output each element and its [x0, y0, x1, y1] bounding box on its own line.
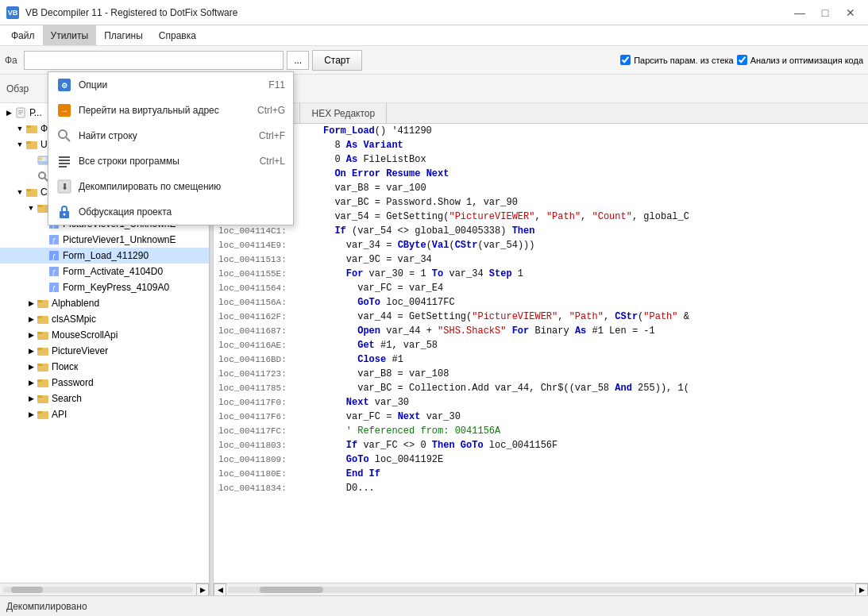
svg-rect-46 [37, 332, 42, 334]
tree-label-password: Password [52, 377, 94, 388]
analyze-group[interactable]: Анализ и оптимизация кода [737, 55, 863, 65]
dropdown-item-findstr[interactable]: Найти строку Ctrl+F [48, 123, 293, 148]
tree-icon-form_load: ƒ [48, 249, 60, 262]
start-button[interactable]: Старт [312, 50, 362, 71]
code-line-9[interactable]: loc_00411513: var_9C = var_34 [214, 252, 868, 267]
menu-bar: Файл Утилиты Плагины Справка ⚙ Опции F11… [0, 25, 868, 46]
code-line-18[interactable]: loc_00411785: var_BC = Collection.Add va… [214, 381, 868, 395]
code-content-3: On Error Resume Next [317, 167, 868, 181]
decompile-icon: ⬇ [56, 179, 72, 194]
menu-help[interactable]: Справка [151, 25, 204, 45]
decompile-label: Декомпилировать по смещению [79, 181, 279, 192]
window-title: VB Decompiler 11 - Registered to DotFix … [25, 7, 782, 18]
code-line-14[interactable]: loc_00411687: Open var_44 + "SHS.ShackS"… [214, 324, 868, 338]
goto-icon: → [56, 102, 72, 118]
parse-stack-label: Парсить парам. из стека [634, 56, 734, 65]
svg-rect-50 [37, 364, 42, 366]
code-line-16[interactable]: loc_004116BD: Close #1 [214, 352, 868, 367]
tree-arrow-alphablend: ▶ [25, 299, 37, 307]
address-input[interactable] [24, 51, 284, 70]
code-line-17[interactable]: loc_00411723: var_B8 = var_108 [214, 367, 868, 381]
tree-item-password[interactable]: ▶Password [0, 375, 209, 391]
svg-rect-52 [37, 379, 42, 382]
code-scroll-right[interactable]: ▶ [855, 583, 868, 596]
code-line-22[interactable]: loc_00411803: If var_FC <> 0 Then GoTo l… [214, 438, 868, 452]
code-line-10[interactable]: loc_0041155E: For var_30 = 1 To var_34 S… [214, 267, 868, 281]
code-line-15[interactable]: loc_004116AE: Get #1, var_58 [214, 338, 868, 352]
dropdown-item-goto[interactable]: → Перейти на виртуальный адрес Ctrl+G [48, 98, 293, 123]
code-content-5: var_BC = Password.Show 1, var_90 [317, 195, 868, 210]
code-panel: Дизассемблер HEX Редактор Form_Load() '4… [214, 103, 868, 595]
tree-item-search3[interactable]: ▶Search [0, 391, 209, 406]
code-content-15: Get #1, var_58 [317, 338, 868, 352]
svg-point-25 [39, 172, 45, 179]
ellipsis-button[interactable]: ... [287, 51, 309, 70]
tree-item-form_load[interactable]: ƒForm_Load_411290 [0, 248, 209, 264]
code-line-24[interactable]: loc_0041180E: End If [214, 467, 868, 481]
parse-stack-group[interactable]: Парсить парам. из стека [620, 55, 734, 65]
minimize-button[interactable]: — [789, 4, 811, 21]
svg-rect-19 [26, 125, 31, 128]
tree-icon-form_keypress: ƒ [48, 281, 60, 294]
parse-stack-checkbox[interactable] [620, 55, 631, 65]
dropdown-item-decompile[interactable]: ⬇ Декомпилировать по смещению [48, 174, 293, 199]
menu-utils[interactable]: Утилиты [43, 25, 97, 45]
goto-shortcut: Ctrl+G [257, 105, 285, 116]
code-line-0[interactable]: Form_Load() '411290 [214, 124, 868, 138]
code-line-6[interactable]: loc_0041148A: var_54 = GetSetting("Pictu… [214, 210, 868, 224]
code-area[interactable]: Form_Load() '411290 8 As Variant 0 As Fi… [214, 124, 868, 583]
code-line-8[interactable]: loc_004114E9: var_34 = CByte(Val(CStr(va… [214, 238, 868, 252]
tree-item-mousescrollapi[interactable]: ▶MouseScrollApi [0, 327, 209, 343]
code-line-19[interactable]: loc_004117F0: Next var_30 [214, 395, 868, 410]
code-line-11[interactable]: loc_00411564: var_FC = var_E4 [214, 281, 868, 295]
tree-item-form_activate[interactable]: ƒForm_Activate_4104D0 [0, 264, 209, 279]
tab-hex[interactable]: HEX Редактор [300, 103, 387, 123]
menu-file[interactable]: Файл [3, 25, 43, 45]
dropdown-item-obfuscate[interactable]: Обфускация проекта [48, 199, 293, 225]
close-button[interactable]: ✕ [839, 4, 862, 21]
tree-icon-pv1_unknowne2: ƒ [48, 233, 60, 246]
tree-item-clsasmmic[interactable]: ▶clsASMpic [0, 311, 209, 327]
code-content-9: var_9C = var_34 [317, 252, 868, 267]
code-addr-7: loc_004114C1: [214, 224, 317, 238]
code-content-21: ' Referenced from: 0041156A [317, 424, 868, 438]
tree-item-form_keypress[interactable]: ƒForm_KeyPress_4109A0 [0, 279, 209, 295]
code-line-2[interactable]: 0 As FileListBox [214, 152, 868, 167]
tree-scroll-right[interactable]: ▶ [196, 583, 209, 596]
code-line-25[interactable]: loc_00411834: D0... [214, 481, 868, 495]
tree-item-alphablend[interactable]: ▶Alphablend [0, 295, 209, 311]
tree-label-search3: Search [52, 393, 82, 404]
code-line-7[interactable]: loc_004114C1: If (var_54 <> global_00405… [214, 224, 868, 238]
maximize-button[interactable]: □ [814, 4, 836, 21]
dropdown-item-options[interactable]: ⚙ Опции F11 [48, 72, 293, 98]
tree-arrow-clsasmmic: ▶ [25, 315, 37, 323]
code-line-4[interactable]: loc_00411339: var_B8 = var_100 [214, 181, 868, 195]
code-line-20[interactable]: loc_004117F6: var_FC = Next var_30 [214, 410, 868, 424]
tree-label-form_load: Form_Load_411290 [63, 250, 149, 261]
code-line-23[interactable]: loc_00411809: GoTo loc_0041192E [214, 452, 868, 467]
menu-plugins[interactable]: Плагины [96, 25, 151, 45]
tree-icon-usercontrols [25, 138, 38, 151]
code-line-1[interactable]: 8 As Variant [214, 138, 868, 152]
dropdown-item-allstrings[interactable]: Все строки программы Ctrl+L [48, 148, 293, 174]
tree-item-search2[interactable]: ▶Поиск [0, 359, 209, 375]
tree-arrow-api: ▶ [25, 410, 37, 418]
tree-item-pictureviewer2[interactable]: ▶PictureViever [0, 343, 209, 359]
code-line-21[interactable]: loc_004117FC: ' Referenced from: 0041156… [214, 424, 868, 438]
svg-rect-9 [59, 166, 67, 167]
analyze-checkbox[interactable] [737, 55, 747, 65]
code-line-13[interactable]: loc_0041162F: var_44 = GetSetting("Pictu… [214, 310, 868, 324]
tree-icon-forms [25, 122, 38, 135]
code-addr-18: loc_00411785: [214, 381, 317, 395]
code-line-3[interactable]: loc_004112F5: On Error Resume Next [214, 167, 868, 181]
obfuscate-label: Обфускация проекта [79, 206, 279, 218]
tree-arrow-usercontrols: ▼ [14, 141, 25, 148]
allstrings-shortcut: Ctrl+L [260, 156, 285, 167]
fa-label: Фа [5, 55, 17, 66]
svg-text:ƒ: ƒ [52, 252, 56, 260]
tree-item-pv1_unknowne2[interactable]: ƒPictureViever1_UnknownE [0, 232, 209, 248]
code-line-5[interactable]: loc_004113DC: var_BC = Password.Show 1, … [214, 195, 868, 210]
code-scroll-left[interactable]: ◀ [214, 583, 226, 596]
code-line-12[interactable]: loc_0041156A: GoTo loc_004117FC [214, 295, 868, 310]
tree-item-api[interactable]: ▶API [0, 406, 209, 422]
